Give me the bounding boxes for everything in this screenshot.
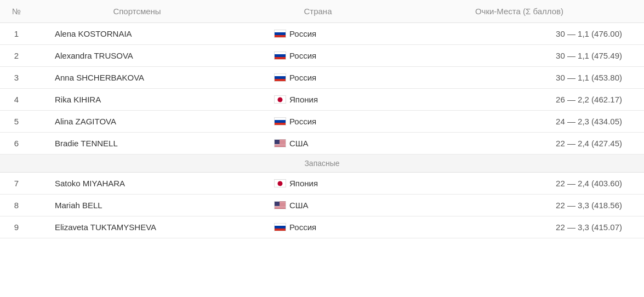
rank-number: 4	[0, 89, 33, 111]
table-row: 1 Alena KOSTORNAIA Россия 30 — 1,1 (476.…	[0, 23, 644, 45]
flag-japan-icon	[274, 179, 286, 187]
country-name: Япония	[289, 179, 318, 188]
svg-rect-4	[275, 144, 286, 145]
country-cell: Россия	[241, 111, 395, 133]
flag-russia-icon	[274, 223, 286, 231]
athlete-name: Satoko MIYAHARA	[33, 173, 241, 195]
score-value: 22 — 3,3 (418.56)	[395, 195, 644, 216]
flag-usa-icon	[274, 139, 286, 147]
score-value: 30 — 1,1 (476.00)	[395, 23, 644, 45]
athlete-name: Elizaveta TUKTAMYSHEVA	[33, 216, 241, 238]
reserves-label: Запасные	[0, 155, 644, 173]
table-row: 7 Satoko MIYAHARA Япония 22 — 2,4 (403.6…	[0, 173, 644, 195]
rank-number: 6	[0, 133, 33, 155]
athlete-name: Bradie TENNELL	[33, 133, 241, 155]
flag-japan-icon	[274, 95, 286, 104]
table-row: 3 Anna SHCHERBAKOVA Россия 30 — 1,1 (453…	[0, 67, 644, 89]
rank-number: 8	[0, 195, 33, 216]
rank-number: 7	[0, 173, 33, 195]
rank-number: 1	[0, 23, 33, 45]
athlete-name: Rika KIHIRA	[33, 89, 241, 111]
country-name: Россия	[289, 222, 316, 232]
score-value: 26 — 2,2 (462.17)	[395, 89, 644, 111]
score-value: 30 — 1,1 (453.80)	[395, 67, 644, 89]
country-name: Россия	[289, 51, 316, 60]
country-cell: Россия	[241, 23, 395, 45]
rank-number: 2	[0, 45, 33, 67]
svg-rect-6	[275, 147, 286, 147]
country-name: Россия	[289, 29, 316, 38]
header-score: Очки-Места (Σ баллов)	[395, 0, 644, 23]
score-value: 22 — 3,3 (415.07)	[395, 216, 644, 238]
table-row: 9 Elizaveta TUKTAMYSHEVA Россия 22 — 3,3…	[0, 216, 644, 238]
header-country: Страна	[241, 0, 395, 23]
score-value: 22 — 2,4 (427.45)	[395, 133, 644, 155]
rank-number: 9	[0, 216, 33, 238]
country-cell: Россия	[241, 67, 395, 89]
flag-russia-icon	[274, 73, 286, 82]
header-athlete: Спортсмены	[33, 0, 241, 23]
svg-rect-7	[275, 140, 280, 144]
table-row: 8 Mariah BELL США 22 —	[0, 195, 644, 216]
table-row: 5 Alina ZAGITOVA Россия 24 — 2,3 (434.05…	[0, 111, 644, 133]
score-value: 22 — 2,4 (403.60)	[395, 173, 644, 195]
country-name: Россия	[289, 73, 316, 82]
svg-rect-15	[275, 202, 280, 206]
rank-number: 3	[0, 67, 33, 89]
rankings-table: № Спортсмены Страна Очки-Места (Σ баллов…	[0, 0, 644, 238]
country-cell: Россия	[241, 45, 395, 67]
country-cell: Япония	[241, 89, 395, 111]
rank-number: 5	[0, 111, 33, 133]
table-row: 4 Rika KIHIRA Япония 26 — 2,2 (462.17)	[0, 89, 644, 111]
table-row: 6 Bradie TENNELL США 2	[0, 133, 644, 155]
table-row: 2 Alexandra TRUSOVA Россия 30 — 1,1 (475…	[0, 45, 644, 67]
score-value: 24 — 2,3 (434.05)	[395, 111, 644, 133]
country-cell: Япония	[241, 173, 395, 195]
flag-usa-icon	[274, 201, 286, 209]
athlete-name: Alina ZAGITOVA	[33, 111, 241, 133]
athlete-name: Anna SHCHERBAKOVA	[33, 67, 241, 89]
flag-russia-icon	[274, 117, 286, 125]
athlete-name: Alena KOSTORNAIA	[33, 23, 241, 45]
country-cell: США	[241, 133, 395, 155]
score-value: 30 — 1,1 (475.49)	[395, 45, 644, 67]
svg-rect-13	[275, 207, 286, 208]
country-cell: Россия	[241, 216, 395, 238]
athlete-name: Mariah BELL	[33, 195, 241, 216]
country-name: США	[289, 201, 309, 210]
country-name: Россия	[289, 117, 316, 126]
athlete-name: Alexandra TRUSOVA	[33, 45, 241, 67]
country-name: Япония	[289, 95, 318, 104]
flag-russia-icon	[274, 30, 286, 38]
svg-rect-5	[275, 145, 286, 146]
country-cell: США	[241, 195, 395, 216]
country-name: США	[289, 139, 309, 148]
svg-rect-12	[275, 206, 286, 207]
svg-rect-14	[275, 209, 286, 209]
header-num: №	[0, 0, 33, 23]
flag-russia-icon	[274, 52, 286, 60]
